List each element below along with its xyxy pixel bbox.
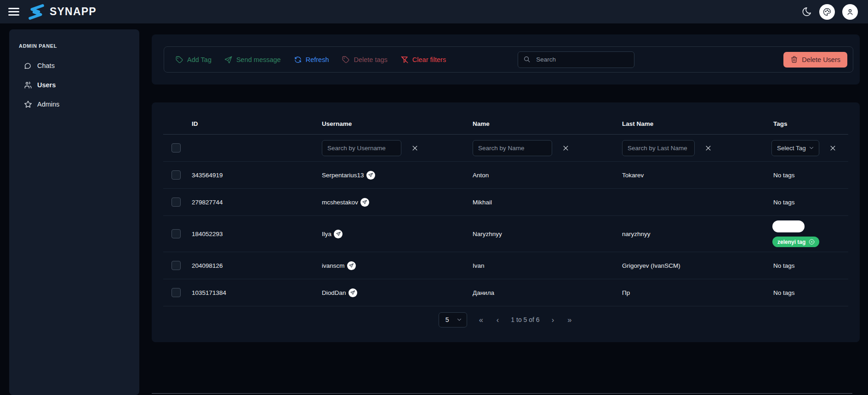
cell-id: 343564919 (187, 172, 317, 179)
page-size-select[interactable]: 5 (439, 312, 467, 327)
select-all-checkbox[interactable] (171, 143, 181, 152)
toolbar-card: Add Tag Send message (152, 34, 860, 85)
delete-tags-button[interactable]: Delete tags (342, 56, 387, 64)
pagination-range-text: 1 to 5 of 6 (511, 316, 539, 323)
tag-badge: zelenyi tag (772, 237, 819, 247)
palette-icon[interactable] (819, 4, 835, 20)
cell-tags: No tags (769, 262, 848, 269)
hamburger-menu-icon[interactable] (8, 8, 19, 16)
cell-id: 1035171384 (187, 289, 317, 296)
username-text: ivanscm (322, 262, 345, 269)
pagination-next-button[interactable]: › (550, 316, 556, 324)
pagination-first-button[interactable]: « (478, 316, 485, 324)
cell-name: Данила (468, 289, 617, 296)
table-row: 184052293 Ilya Naryzhnyy naryzhnyy zelen… (163, 216, 848, 252)
cell-name: Ivan (468, 262, 617, 269)
sidebar-item-label: Users (37, 81, 56, 89)
cell-id: 184052293 (187, 231, 317, 237)
cell-lastname: Grigoryev (IvanSCM) (617, 262, 769, 269)
send-message-label: Send message (236, 56, 281, 63)
tag-label: zelenyi tag (777, 239, 805, 245)
row-checkbox[interactable] (171, 288, 181, 297)
filter-username-input[interactable] (322, 140, 401, 156)
delete-users-button[interactable]: Delete Users (783, 52, 847, 68)
refresh-icon (294, 56, 302, 64)
telegram-icon[interactable] (360, 198, 369, 207)
users-table-card: ID Username Name Last Name Tags (152, 102, 860, 342)
main-panel: Add Tag Send message (152, 34, 860, 342)
sidebar-item-chats[interactable]: Chats (9, 56, 139, 75)
clear-tag-filter-icon[interactable] (829, 145, 836, 152)
cell-tags: No tags (769, 172, 848, 179)
row-checkbox[interactable] (171, 198, 181, 207)
telegram-icon[interactable] (347, 261, 356, 270)
tag-filter-select[interactable]: Select Tag (771, 140, 819, 156)
remove-tag-icon[interactable] (808, 238, 815, 245)
cell-username: Ilya (317, 230, 468, 238)
username-text: mcshestakov (322, 199, 358, 206)
pagination-prev-button[interactable]: ‹ (495, 316, 501, 324)
refresh-button[interactable]: Refresh (294, 56, 329, 64)
content-area: ADMIN PANEL Chats Users Admi (0, 23, 868, 395)
cell-username: ivanscm (317, 261, 468, 270)
send-message-button[interactable]: Send message (224, 56, 281, 64)
table-row: 204098126 ivanscm Ivan Grigoryev (IvanSC… (163, 252, 848, 279)
search-input[interactable] (535, 56, 629, 63)
cell-tags: No tags (769, 289, 848, 296)
cell-username: Serpentarius13 (317, 171, 468, 180)
filter-name-input[interactable] (473, 140, 552, 156)
sidebar-item-label: Admins (37, 101, 59, 108)
refresh-label: Refresh (306, 56, 329, 63)
pagination: 5 « ‹ 1 to 5 of 6 › » (163, 306, 848, 333)
sidebar-section-label: ADMIN PANEL (9, 43, 139, 49)
topbar-actions (801, 4, 858, 20)
white-tag-pill[interactable] (772, 220, 805, 232)
user-account-icon[interactable] (842, 4, 858, 20)
add-tag-label: Add Tag (187, 56, 211, 63)
filter-lastname-input[interactable] (622, 140, 695, 156)
column-header-username: Username (317, 120, 468, 127)
table-row: 279827744 mcshestakov Mikhail No tags (163, 189, 848, 216)
search-icon (523, 56, 531, 63)
table-header-row: ID Username Name Last Name Tags (163, 113, 848, 135)
tag-icon (342, 56, 350, 64)
clear-filters-button[interactable]: Clear filters (400, 56, 446, 64)
chevron-down-icon (808, 145, 815, 151)
row-checkbox[interactable] (171, 261, 181, 270)
cell-username: DiodDan (317, 288, 468, 297)
cell-name: Mikhail (468, 199, 617, 206)
tag-icon (175, 56, 183, 64)
sidebar-item-users[interactable]: Users (9, 75, 139, 95)
cell-id: 279827744 (187, 199, 317, 206)
telegram-icon[interactable] (348, 288, 357, 297)
telegram-icon[interactable] (366, 171, 375, 180)
chat-bubble-icon (24, 62, 32, 70)
delete-tags-label: Delete tags (354, 56, 387, 63)
username-text: Ilya (322, 231, 331, 237)
trash-icon (790, 56, 798, 63)
add-tag-button[interactable]: Add Tag (175, 56, 211, 64)
clear-lastname-filter-icon[interactable] (705, 145, 712, 152)
column-header-name: Name (468, 120, 617, 127)
table-filter-row: Select Tag (163, 135, 848, 162)
row-checkbox[interactable] (171, 170, 181, 180)
clear-name-filter-icon[interactable] (562, 145, 569, 152)
cell-tags: No tags (769, 199, 848, 206)
page-size-value: 5 (445, 316, 449, 323)
theme-toggle-moon-icon[interactable] (801, 6, 812, 17)
table-row: 343564919 Serpentarius13 Anton Tokarev N… (163, 162, 848, 189)
chevron-down-icon (456, 316, 463, 323)
clear-username-filter-icon[interactable] (411, 145, 418, 152)
cell-username: mcshestakov (317, 198, 468, 207)
table-row: 1035171384 DiodDan Данила Пр No tags (163, 279, 848, 306)
row-checkbox[interactable] (171, 229, 181, 238)
toolbar: Add Tag Send message (164, 46, 853, 73)
sidebar-item-admins[interactable]: Admins (9, 95, 139, 114)
pagination-last-button[interactable]: » (566, 316, 573, 324)
telegram-icon[interactable] (334, 230, 343, 238)
topbar: SYNAPP (0, 0, 868, 23)
filter-off-icon (400, 56, 409, 64)
users-icon (24, 81, 32, 89)
username-text: Serpentarius13 (322, 172, 364, 179)
cell-lastname: naryzhnyy (617, 231, 769, 237)
